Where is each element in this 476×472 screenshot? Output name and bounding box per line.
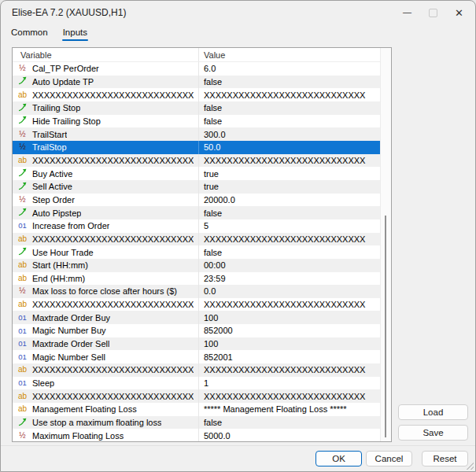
reset-button[interactable]: Reset: [422, 451, 468, 466]
titlebar[interactable]: Elise-EA 7.2 (XAUUSD,H1) — ✕: [1, 1, 475, 24]
value-cell[interactable]: 1: [199, 377, 381, 390]
table-row[interactable]: Auto Update TP false: [13, 76, 381, 89]
variable-name: TrailStop: [29, 142, 67, 152]
table-row[interactable]: ab Management Floating Loss ***** Manage…: [13, 403, 381, 416]
load-button[interactable]: Load: [398, 404, 468, 420]
value-cell[interactable]: XXXXXXXXXXXXXXXXXXXXXXXXXXXX: [199, 298, 381, 312]
bool-arrow-icon: [16, 168, 29, 179]
vertical-scrollbar[interactable]: [380, 48, 391, 441]
table-row[interactable]: ab XXXXXXXXXXXXXXXXXXXXXXXXXXXX XXXXXXXX…: [13, 389, 381, 403]
table-row[interactable]: Use stop a maximum floating loss false: [13, 416, 381, 430]
table-row[interactable]: 01 Sleep 1: [13, 377, 381, 390]
table-row[interactable]: ½ Cal_TP PerOrder 6.0: [13, 62, 381, 76]
variable-name: Maximum Floating Loss: [29, 431, 124, 441]
value-cell[interactable]: false: [199, 206, 381, 219]
table-row[interactable]: ab XXXXXXXXXXXXXXXXXXXXXXXXXXXX XXXXXXXX…: [13, 298, 381, 312]
value-cell[interactable]: false: [199, 76, 381, 89]
table-row[interactable]: ab XXXXXXXXXXXXXXXXXXXXXXXXXXXX XXXXXXXX…: [13, 363, 381, 377]
maximize-button[interactable]: [420, 1, 446, 24]
table-row[interactable]: ½ Step Order 20000.0: [13, 194, 381, 207]
table-row[interactable]: 01 Maxtrade Order Buy 100: [13, 311, 381, 324]
variable-name: XXXXXXXXXXXXXXXXXXXXXXXXXXXX: [29, 234, 194, 244]
variable-cell: Hide Trailing Stop: [13, 115, 199, 128]
value-cell[interactable]: XXXXXXXXXXXXXXXXXXXXXXXXXXXX: [199, 233, 381, 246]
value-cell[interactable]: true: [199, 180, 381, 194]
variable-name: XXXXXXXXXXXXXXXXXXXXXXXXXXXX: [29, 365, 194, 374]
value-cell[interactable]: XXXXXXXXXXXXXXXXXXXXXXXXXXXX: [199, 363, 381, 377]
value-cell[interactable]: XXXXXXXXXXXXXXXXXXXXXXXXXXXX: [199, 389, 381, 403]
value-cell[interactable]: 50.0: [199, 141, 381, 154]
table-row[interactable]: ab XXXXXXXXXXXXXXXXXXXXXXXXXXXX XXXXXXXX…: [13, 154, 381, 168]
value-cell[interactable]: XXXXXXXXXXXXXXXXXXXXXXXXXXXX: [199, 154, 381, 168]
table-row[interactable]: ½ Maximum Floating Loss 5000.0: [13, 429, 381, 441]
value-cell[interactable]: 0.0: [199, 285, 381, 298]
variable-name: Maxtrade Order Buy: [29, 313, 110, 323]
table-row[interactable]: 01 Increase from Order 5: [13, 219, 381, 233]
table-content: Variable Value ½ Cal_TP PerOrder 6.0 Aut…: [13, 48, 381, 441]
table-row[interactable]: ab End (HH:mm) 23:59: [13, 272, 381, 286]
value-cell[interactable]: 100: [199, 337, 381, 351]
vertical-scrollbar-thumb[interactable]: [385, 216, 386, 437]
value-cell[interactable]: 5000.0: [199, 429, 381, 441]
value-cell[interactable]: false: [199, 245, 381, 259]
variable-name: Increase from Order: [29, 221, 109, 230]
value-cell[interactable]: 6.0: [199, 62, 381, 76]
value-cell[interactable]: 20000.0: [199, 194, 381, 207]
ok-button[interactable]: OK: [315, 451, 362, 466]
table-row[interactable]: 01 Magic Number Sell 852001: [13, 350, 381, 363]
table-row[interactable]: ½ TrailStart 300.0: [13, 127, 381, 141]
value-cell[interactable]: 300.0: [199, 127, 381, 141]
value-cell[interactable]: 852000: [199, 324, 381, 337]
table-row[interactable]: 01 Maxtrade Order Sell 100: [13, 337, 381, 351]
table-row[interactable]: 01 Magic Number Buy 852000: [13, 324, 381, 337]
value-cell[interactable]: false: [199, 416, 381, 430]
value-cell[interactable]: ***** Management Floating Loss *****: [199, 403, 381, 416]
table-row[interactable]: Auto Pipstep false: [13, 206, 381, 219]
cancel-button[interactable]: Cancel: [366, 451, 412, 466]
table-row[interactable]: Trailing Stop false: [13, 101, 381, 115]
table-row[interactable]: ab XXXXXXXXXXXXXXXXXXXXXXXXXXXX XXXXXXXX…: [13, 88, 381, 101]
variable-name: Auto Update TP: [29, 77, 94, 87]
variable-cell: ½ Maximum Floating Loss: [13, 429, 199, 441]
variable-cell: Buy Active: [13, 167, 199, 180]
value-cell[interactable]: 852001: [199, 350, 381, 363]
table-row[interactable]: ab Start (HH:mm) 00:00: [13, 259, 381, 272]
column-header-value[interactable]: Value: [199, 48, 381, 61]
variable-cell: ab Management Floating Loss: [13, 403, 199, 416]
minimize-button[interactable]: —: [394, 1, 420, 24]
table-row[interactable]: ½ Max loss to force close after hours ($…: [13, 285, 381, 298]
int-type-icon: 01: [16, 314, 29, 322]
table-row[interactable]: ab XXXXXXXXXXXXXXXXXXXXXXXXXXXX XXXXXXXX…: [13, 233, 381, 246]
tab-inputs[interactable]: Inputs: [62, 25, 88, 42]
value-cell[interactable]: 5: [199, 219, 381, 233]
close-button[interactable]: ✕: [446, 1, 472, 24]
table-row[interactable]: Sell Active true: [13, 180, 381, 194]
value-cell[interactable]: false: [199, 115, 381, 128]
table-row[interactable]: Use Hour Trade false: [13, 245, 381, 259]
table-row[interactable]: Hide Trailing Stop false: [13, 115, 381, 128]
value-cell[interactable]: true: [199, 167, 381, 180]
value-cell[interactable]: false: [199, 101, 381, 115]
variable-cell: ½ Cal_TP PerOrder: [13, 62, 199, 76]
table-row[interactable]: Buy Active true: [13, 167, 381, 180]
variable-name: Buy Active: [29, 169, 72, 179]
table-header-row: Variable Value: [13, 48, 381, 62]
bool-arrow-icon: [16, 182, 29, 192]
value-cell[interactable]: XXXXXXXXXXXXXXXXXXXXXXXXXXXX: [199, 88, 381, 101]
variable-name: XXXXXXXXXXXXXXXXXXXXXXXXXXXX: [29, 392, 194, 401]
value-cell[interactable]: 100: [199, 311, 381, 324]
table-row[interactable]: ½ TrailStop 50.0: [13, 141, 381, 154]
bool-arrow-icon: [16, 76, 29, 87]
value-cell[interactable]: 00:00: [199, 259, 381, 272]
minimize-icon: —: [403, 7, 411, 17]
variable-cell: ab XXXXXXXXXXXXXXXXXXXXXXXXXXXX: [13, 233, 199, 246]
double-type-icon: ½: [16, 65, 29, 72]
value-cell[interactable]: 23:59: [199, 272, 381, 286]
column-header-variable[interactable]: Variable: [13, 48, 199, 61]
save-button[interactable]: Save: [398, 425, 468, 441]
tab-common[interactable]: Common: [10, 25, 49, 42]
variable-name: Cal_TP PerOrder: [29, 64, 99, 73]
string-type-icon: ab: [16, 275, 29, 282]
variable-cell: ½ TrailStart: [13, 127, 199, 141]
double-type-icon: ½: [16, 143, 29, 151]
